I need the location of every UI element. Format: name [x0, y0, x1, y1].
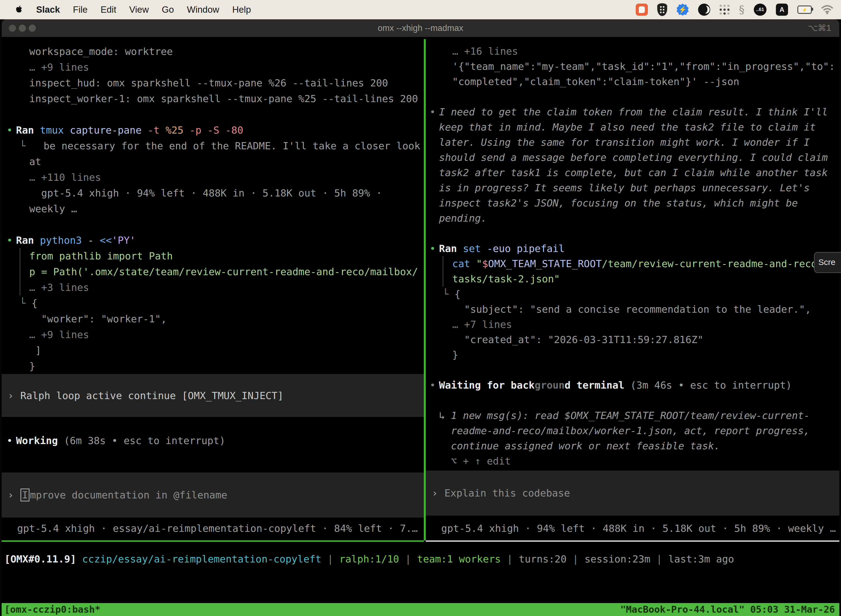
squiggle-icon[interactable]: §	[739, 3, 744, 16]
text-segment: continue assigned work or next feasible …	[439, 440, 720, 452]
terminal-line: … +110 lines	[29, 169, 424, 185]
text-segment: … +110 lines	[29, 172, 101, 183]
terminal-line	[452, 393, 840, 408]
text-segment: -euo pipefail	[481, 243, 564, 254]
bullet: •	[429, 378, 436, 393]
pane-right-input[interactable]: › Explain this codebase	[426, 471, 840, 516]
battery-icon[interactable]: ⚡	[797, 6, 812, 14]
text-segment: p = Path('.omx/state/team/review-current…	[29, 266, 418, 277]
terminal-line: •Ran set -euo pipefail	[439, 241, 840, 256]
crescent-app-icon[interactable]	[698, 4, 710, 16]
text-segment: cat	[452, 258, 476, 269]
shield-icon[interactable]	[657, 3, 667, 16]
menu-item-window[interactable]: Window	[187, 4, 219, 15]
text-segment: … +16 lines	[452, 45, 518, 57]
usage-counter-icon[interactable]: ..61	[754, 4, 766, 16]
screen-tooltip: Scre	[814, 252, 841, 273]
zoom-button[interactable]	[29, 25, 36, 32]
text-segment: cczip/essay/ai-reimplementation-copyleft	[82, 553, 321, 565]
hud-status-line: [OMX#0.11.9] cczip/essay/ai-reimplementa…	[1, 542, 840, 565]
window-shortcut-badge: ⌥⌘1	[808, 19, 831, 37]
chat-bubble-icon[interactable]	[636, 4, 648, 16]
terminal-line: inspect task2's JSON, focusing on the st…	[439, 195, 840, 211]
bullet: •	[7, 122, 13, 138]
apple-icon	[15, 5, 23, 14]
apple-menu[interactable]	[15, 5, 23, 14]
tmux-host-clock: "MacBook-Pro-44.local" 05:03 31-Mar-26	[620, 603, 840, 616]
wifi-icon[interactable]	[821, 5, 833, 14]
text-segment: "	[476, 258, 482, 269]
text-segment: workspace_mode: worktree	[29, 46, 173, 57]
terminal-line: }	[29, 358, 424, 374]
close-button[interactable]	[9, 25, 16, 32]
terminal-line: "worker": "worker-1",	[29, 311, 424, 327]
pane-right-lines: … +16 lines'{"team_name":"my-team","task…	[452, 44, 840, 469]
prompt-chevron: ›	[8, 390, 14, 401]
terminal-line: … +3 lines	[20, 280, 424, 295]
text-segment: team:1 workers	[417, 553, 501, 565]
text-segment: groun	[535, 380, 564, 391]
text-segment: └	[20, 140, 26, 151]
terminal-line: inspect_hud: omx sparkshell --tmux-pane …	[29, 75, 424, 91]
input-placeholder: Improve documentation in @filename	[21, 488, 227, 502]
terminal-line: '{"team_name":"my-team","task_id":"1","f…	[452, 59, 840, 74]
terminal-line: p = Path('.omx/state/team/review-current…	[20, 264, 424, 280]
text-segment: … +9 lines	[29, 62, 89, 73]
window-titlebar[interactable]: omx --xhigh --madmax ⌥⌘1	[1, 19, 840, 37]
terminal-line: at	[29, 154, 424, 169]
text-segment: }	[29, 361, 35, 372]
text-segment: Ran	[439, 243, 457, 254]
input-source-icon[interactable]: A	[776, 4, 788, 16]
text-segment: last:3m ago	[668, 553, 734, 565]
text-segment: └	[20, 298, 31, 309]
text-segment: OMX_TEAM_STATE_ROOT	[488, 258, 602, 269]
text-segment: readme-and-reco/mailbox/worker-1.json, a…	[439, 425, 810, 436]
terminal-line: keep that in mind. Maybe I also need the…	[439, 119, 840, 135]
band-text: Ralph loop active continue [OMX_TMUX_INJ…	[21, 390, 284, 401]
text-segment: {	[454, 288, 460, 300]
terminal-pane-right[interactable]: … +16 lines'{"team_name":"my-team","task…	[426, 39, 840, 540]
pane-left-lines: workspace_mode: worktree… +9 linesinspec…	[29, 44, 424, 449]
menu-bar: Slack File Edit View Go Window Help ⚡ §	[0, 0, 841, 19]
text-segment: d terminal	[564, 380, 624, 391]
text-segment: inspect task2's JSON, focusing on the st…	[439, 197, 798, 209]
terminal-window: omx --xhigh --madmax ⌥⌘1 workspace_mode:…	[1, 19, 840, 616]
text-segment: from pathlib import Path	[29, 250, 173, 262]
minimize-button[interactable]	[19, 25, 26, 32]
menu-item-file[interactable]: File	[73, 4, 88, 15]
text-segment: gpt-5.4 xhigh · 94% left · 488K in · 5.1…	[29, 188, 382, 199]
menu-item-go[interactable]: Go	[162, 4, 174, 15]
dots-grid-icon[interactable]	[719, 5, 730, 15]
text-segment: pending.	[439, 213, 487, 224]
pane-left-input[interactable]: › Improve documentation in @filename	[1, 472, 424, 518]
terminal-line: •Ran tmux capture-pane -t %25 -p -S -80	[16, 122, 424, 138]
text-segment: <<	[100, 235, 111, 246]
text-segment: Ran	[16, 125, 34, 136]
terminal-line	[29, 417, 424, 433]
terminal-pane-left[interactable]: workspace_mode: worktree… +9 linesinspec…	[1, 39, 424, 540]
menu-item-help[interactable]: Help	[232, 4, 251, 15]
terminal-line: inspect_worker-1: omx sparkshell --tmux-…	[29, 91, 424, 107]
menu-item-view[interactable]: View	[129, 4, 149, 15]
text-segment: /team/review-current-readme-and-reco/	[602, 258, 823, 269]
terminal-line: later. Using the same for transition mig…	[439, 135, 840, 150]
text-segment: "created_at": "2026-03-31T11:59:27.816Z"	[452, 334, 703, 345]
terminal-line: … +9 lines	[29, 59, 424, 75]
text-segment: |	[399, 553, 417, 565]
terminal-line: workspace_mode: worktree	[29, 44, 424, 59]
text-segment: ⌥ + ↑ edit	[439, 455, 511, 467]
pane-divider[interactable]	[424, 39, 426, 540]
terminal-line: ⌥ + ↑ edit	[439, 453, 840, 469]
terminal-line: tasks/task-2.json"	[442, 271, 840, 286]
terminal-line: ]	[29, 343, 424, 358]
tmux-session-label: [omx-cczip0:bash*	[1, 603, 100, 616]
inline-prompt-band: ›Ralph loop active continue [OMX_TMUX_IN…	[1, 374, 424, 417]
terminal-line: └ {	[29, 295, 424, 311]
badge-icon[interactable]: ⚡	[677, 4, 689, 16]
active-app-name[interactable]: Slack	[36, 4, 60, 15]
text-segment: -t	[142, 125, 160, 136]
text-segment: tasks/task-2.json"	[452, 273, 560, 285]
menu-item-edit[interactable]: Edit	[100, 4, 116, 15]
terminal-line: "created_at": "2026-03-31T11:59:27.816Z"	[452, 332, 840, 347]
shield-grid	[660, 6, 664, 13]
